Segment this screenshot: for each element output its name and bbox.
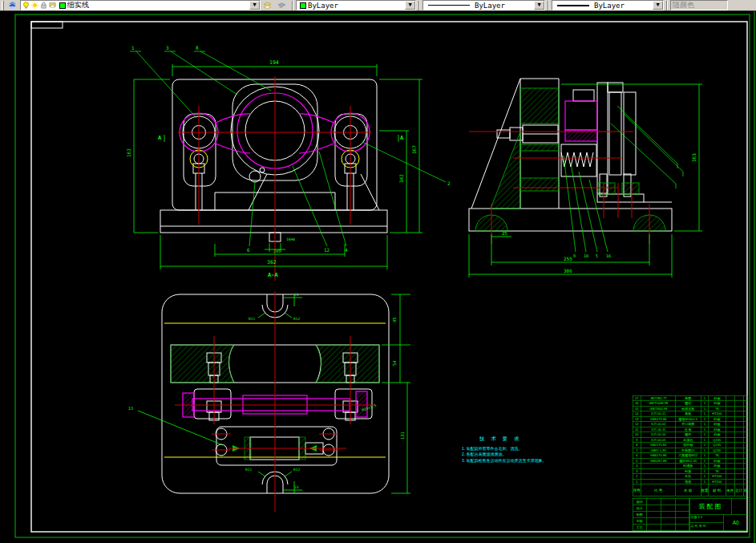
bom-row: 3钻套1T8 — [633, 468, 748, 474]
signature-row: 制图 — [633, 512, 690, 518]
bom-header-code: 代 号 — [641, 484, 676, 496]
bom-cell-no: 13 — [633, 417, 641, 422]
bom-cell-material: HT200 — [709, 480, 726, 484]
linetype-sample — [428, 5, 470, 6]
bom-cell-qty: 1 — [701, 422, 709, 427]
bom-cell-code: JB/T982-77 — [641, 396, 676, 401]
bom-cell-no: 6 — [633, 453, 641, 458]
bom-cell-code: GB/T844-98 — [641, 407, 676, 411]
bom-cell-name: 螺母M16x1.5 — [676, 417, 701, 422]
layer-combo-value: 细实线 — [67, 0, 89, 10]
lineweight-combo[interactable]: ByLayer ▼ — [552, 0, 664, 10]
layers-icon — [9, 2, 16, 9]
bom-header-w1: 单件 — [726, 484, 735, 496]
bom-row: 11XJT-00-11压 板145钢 — [633, 427, 748, 432]
bom-cell-remark — [744, 464, 748, 468]
signature-row: 标记 — [633, 499, 690, 505]
balloon-2: 2 — [447, 180, 451, 186]
bom-row: 6GB6170-86六角螺母M121T8 — [633, 453, 748, 459]
bom-cell-qty: 1 — [701, 474, 709, 479]
bom-header-qty: 数量 — [701, 484, 709, 496]
bom-cell-w2 — [735, 432, 744, 437]
freeze-sun-icon — [31, 2, 38, 9]
color-combo-arrow[interactable]: ▼ — [405, 1, 415, 10]
bom-cell-qty: 1 — [701, 401, 709, 406]
bom-cell-w2 — [735, 474, 744, 479]
dim-367: 367 — [411, 145, 417, 154]
linetype-combo-value: ByLayer — [475, 2, 505, 10]
bom-cell-code — [641, 469, 676, 474]
bom-cell-w2 — [735, 448, 744, 453]
layer-previous-button[interactable] — [275, 0, 289, 10]
bom-cell-material: 35钢 — [709, 464, 726, 468]
layer-combo-arrow[interactable]: ▼ — [249, 1, 260, 10]
toolbar-separator — [292, 1, 293, 10]
bom-row: 4钻模板135钢 — [633, 464, 748, 469]
make-layer-current-button[interactable] — [261, 0, 275, 10]
title-info-scale: 比例 1:1 — [690, 515, 724, 523]
bom-cell-w2 — [735, 480, 744, 484]
color-chip — [300, 2, 306, 9]
bom-cell-code: XJT-00-01 — [641, 438, 676, 443]
bom-header-no: 序号 — [633, 484, 641, 496]
plan-view: 45 54 131 23 23 R11 R12 R11 R12 13 M24x1… — [128, 291, 410, 512]
lineweight-sample — [557, 5, 589, 6]
bom-cell-qty: 1 — [701, 453, 709, 458]
radius-top-left: R11 — [249, 317, 255, 321]
bom-cell-material: 45钢 — [709, 396, 726, 401]
plot-icon — [49, 2, 56, 9]
bom-cell-w2 — [735, 428, 744, 432]
bom-cell-code: XJT-00-10 — [641, 432, 676, 437]
bom-table: 17JB/T982-77垫圈145钢16GB/T5448-98螺钉145钢15G… — [633, 395, 748, 496]
toolbar-separator3 — [548, 1, 549, 10]
bom-cell-w1 — [726, 396, 735, 401]
bom-cell-name: 钻套 — [676, 469, 701, 474]
bom-cell-w2 — [735, 453, 744, 458]
bom-row: 7GB97.1-85平垫圈121Q235 — [633, 448, 748, 453]
bom-cell-w1 — [726, 443, 735, 448]
bom-cell-remark — [744, 407, 748, 411]
bom-cell-w2 — [735, 438, 744, 443]
bom-cell-qty: 1 — [701, 443, 709, 448]
toolbar-grip[interactable] — [2, 1, 4, 10]
dim-45: 45 — [392, 317, 397, 322]
signature-label: 设计 — [633, 505, 647, 512]
bom-cell-w1 — [726, 432, 735, 437]
bom-cell-code: GB6173-86 — [641, 417, 676, 422]
dim-194: 194 — [269, 59, 279, 66]
linetype-combo[interactable]: ByLayer ▼ — [422, 0, 545, 10]
bom-row: 5GB5287-88螺栓M12-35145钢 — [633, 458, 748, 464]
dim-363: 363 — [691, 153, 697, 162]
signature-cell — [647, 499, 661, 505]
bom-cell-w1 — [726, 448, 735, 453]
color-combo[interactable]: ByLayer ▼ — [296, 0, 416, 10]
drawing-title: 装配图 — [690, 499, 732, 515]
bom-cell-name: 底座 — [676, 480, 701, 484]
bom-cell-w1 — [726, 453, 735, 458]
dim-306: 306 — [564, 268, 572, 274]
bom-cell-material: T8 — [709, 469, 726, 474]
balloon-8: 8 — [196, 45, 199, 51]
signature-cell — [661, 512, 676, 518]
layer-combo[interactable]: 细实线 ▼ — [20, 0, 261, 10]
bom-row: 1底座1HT200 — [633, 479, 748, 484]
bom-cell-code: GB5287-88 — [641, 459, 676, 464]
bom-cell-w1 — [726, 469, 735, 474]
tech-req-item: 3. 装配后检查各运动件应运动灵活无卡滞现象。 — [462, 457, 566, 464]
radius-top-right: R12 — [293, 317, 300, 321]
bom-cell-w1 — [726, 422, 735, 427]
balloon-13: 13 — [128, 406, 133, 411]
color-combo-value: ByLayer — [308, 2, 338, 10]
bom-cell-qty: 1 — [701, 469, 709, 474]
layer-manager-button[interactable] — [6, 0, 20, 10]
toolbar-separator4 — [666, 1, 668, 10]
linetype-combo-arrow[interactable]: ▼ — [534, 1, 544, 10]
signature-cell — [661, 518, 676, 525]
bom-cell-remark — [744, 480, 748, 484]
lineweight-combo-arrow[interactable]: ▼ — [653, 1, 663, 10]
bom-cell-w1 — [726, 459, 735, 464]
plan-dims — [138, 294, 410, 493]
dim-23-top: 23 — [294, 293, 299, 297]
dim-23-bottom: 23 — [294, 485, 299, 489]
dim-255: 255 — [564, 256, 572, 261]
